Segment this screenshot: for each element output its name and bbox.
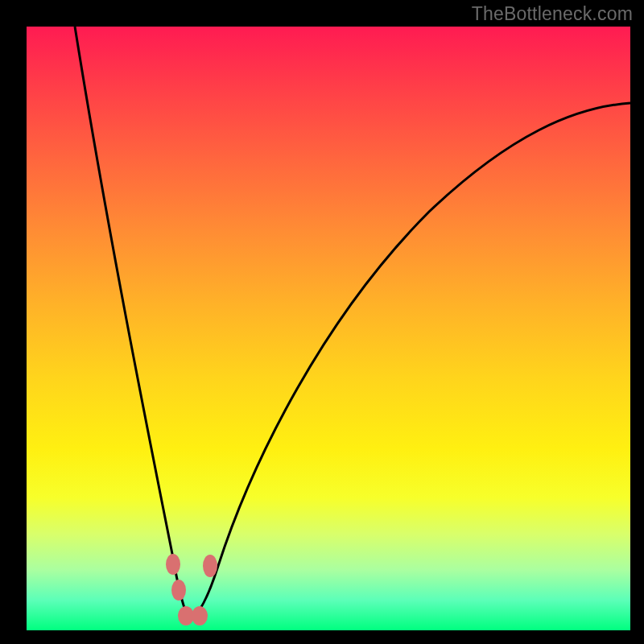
chart-plot-area [27, 27, 630, 630]
marker-right-knee [203, 555, 217, 577]
marker-trough-right [192, 606, 208, 625]
bottleneck-curve-left [75, 27, 188, 618]
marker-left-knee-lower [171, 580, 186, 601]
watermark-text: TheBottleneck.com [472, 3, 633, 25]
bottleneck-curve-svg [27, 27, 630, 630]
marker-left-knee-upper [166, 554, 180, 575]
bottleneck-curve-right [188, 103, 630, 618]
